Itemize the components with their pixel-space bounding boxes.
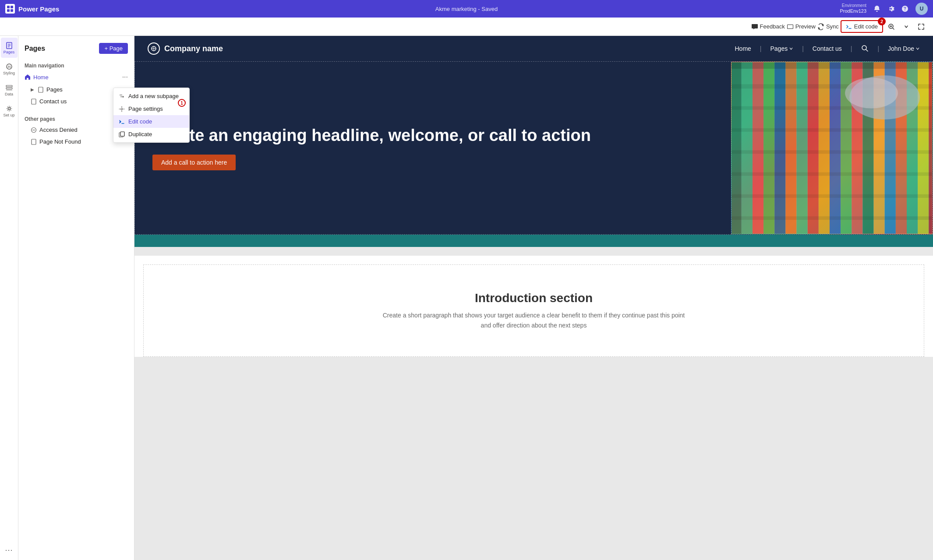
svg-point-12	[7, 64, 12, 69]
ctx-duplicate-label: Duplicate	[128, 131, 152, 137]
edit-code-toolbar-label: Edit code	[854, 23, 878, 30]
ctx-duplicate[interactable]: Duplicate	[113, 128, 189, 141]
settings-button[interactable]	[887, 5, 894, 12]
svg-rect-19	[39, 87, 43, 92]
site-nav-divider-3: |	[851, 45, 852, 52]
home-more-button[interactable]: ···	[122, 73, 128, 81]
nav-access-denied-label: Access Denied	[39, 127, 78, 133]
hero-cta-button[interactable]: Add a call to action here	[152, 155, 236, 170]
svg-point-27	[121, 108, 123, 110]
ctx-page-settings-label: Page settings	[128, 106, 163, 112]
svg-rect-23	[32, 139, 36, 144]
site-nav-pages[interactable]: Pages	[770, 45, 794, 52]
rail-data[interactable]: Data	[1, 80, 18, 100]
hero-image-visual	[732, 62, 932, 234]
rail-setup[interactable]: Set up	[1, 101, 18, 121]
env-name: ProdEnv123	[840, 8, 866, 14]
site-preview: Company name Home | Pages | Contact us |	[134, 36, 933, 357]
site-search-icon[interactable]	[861, 44, 869, 53]
svg-rect-1	[11, 6, 13, 8]
topbar-center: Akme marketing - Saved	[435, 6, 498, 12]
env-label: Environment	[842, 3, 866, 8]
rail-styling[interactable]: Styling	[1, 59, 18, 79]
svg-point-65	[845, 77, 898, 108]
svg-rect-3	[11, 9, 13, 12]
svg-rect-17	[6, 90, 12, 90]
zoom-in-button[interactable]	[885, 20, 898, 33]
rail-pages-label: Pages	[4, 50, 15, 54]
rail-setup-label: Set up	[3, 113, 14, 117]
svg-point-14	[10, 66, 11, 67]
hero-text: Create an engaging headline, welcome, or…	[135, 62, 731, 234]
sidebar-header: Pages + Page	[18, 41, 134, 59]
sync-button[interactable]: Sync	[817, 23, 839, 30]
edit-code-badge: 2	[878, 18, 886, 25]
subtoolbar-right: Feedback Preview Sync Edit code 2	[751, 20, 933, 33]
intro-text: Create a short paragraph that shows your…	[381, 310, 687, 330]
site-nav-links: Home | Pages | Contact us | | John Doe	[735, 44, 920, 53]
svg-rect-0	[7, 6, 10, 8]
main-layout: Pages Styling Data Set up	[0, 36, 933, 560]
preview-label: Preview	[795, 23, 816, 30]
svg-point-18	[8, 107, 10, 109]
svg-rect-56	[732, 62, 932, 69]
sync-label: Sync	[826, 23, 839, 30]
site-nav-user[interactable]: John Doe	[888, 45, 920, 52]
app-logo-icon	[5, 4, 15, 14]
notifications-button[interactable]	[873, 5, 880, 12]
nav-home-label: Home	[33, 74, 49, 81]
context-menu: Add a new subpage Page settings 1 Edit c…	[113, 88, 190, 143]
svg-rect-62	[732, 194, 932, 198]
intro-title: Introduction section	[161, 291, 906, 305]
site-company-name: Company name	[164, 44, 223, 53]
svg-line-5	[893, 28, 894, 29]
pages-chevron-icon: ▶	[31, 87, 34, 92]
help-button[interactable]	[901, 5, 908, 12]
feedback-label: Feedback	[760, 23, 785, 30]
ctx-edit-code[interactable]: Edit code	[113, 115, 189, 128]
svg-rect-29	[120, 132, 124, 136]
zoom-dropdown-button[interactable]	[900, 20, 913, 33]
rail-pages[interactable]: Pages	[1, 38, 18, 58]
center-text: Akme marketing - Saved	[435, 6, 498, 12]
nav-page-not-found-label: Page Not Found	[39, 138, 81, 145]
ctx-badge: 1	[178, 99, 186, 107]
svg-rect-63	[732, 216, 932, 220]
site-nav-divider-1: |	[760, 45, 762, 52]
feedback-button[interactable]: Feedback	[751, 23, 785, 30]
intro-section: Introduction section Create a short para…	[143, 264, 924, 357]
rail-data-label: Data	[5, 92, 13, 96]
edit-code-toolbar-button[interactable]: Edit code 2	[841, 20, 883, 33]
svg-point-13	[8, 66, 9, 67]
app-logo[interactable]: Power Pages	[5, 4, 59, 14]
preview-button[interactable]: Preview	[787, 23, 816, 30]
nav-pages-label: Pages	[46, 86, 63, 93]
ctx-add-subpage[interactable]: Add a new subpage	[113, 90, 189, 102]
icon-rail: Pages Styling Data Set up	[0, 36, 18, 560]
site-nav-home[interactable]: Home	[735, 45, 751, 52]
main-nav-label: Main navigation	[18, 59, 134, 70]
topbar-right: Environment ProdEnv123 U	[840, 3, 928, 15]
user-avatar[interactable]: U	[915, 3, 928, 15]
nav-home[interactable]: Home ···	[18, 70, 134, 84]
topbar: Power Pages Akme marketing - Saved Envir…	[0, 0, 933, 18]
svg-line-35	[866, 49, 868, 51]
hero-section: Create an engaging headline, welcome, or…	[134, 61, 933, 235]
svg-rect-59	[732, 128, 932, 132]
add-page-button[interactable]: + Page	[99, 43, 128, 54]
environment-block: Environment ProdEnv123	[840, 3, 866, 14]
site-logo: Company name	[148, 42, 223, 55]
ctx-page-settings[interactable]: Page settings 1	[113, 102, 189, 115]
nav-contact-label: Contact us	[39, 98, 67, 105]
svg-rect-16	[6, 88, 12, 89]
teal-strip	[134, 235, 933, 247]
sidebar-title: Pages	[25, 45, 45, 53]
subtoolbar: Feedback Preview Sync Edit code 2	[0, 18, 933, 36]
svg-rect-20	[32, 99, 36, 104]
rail-styling-label: Styling	[3, 71, 15, 75]
site-nav: Company name Home | Pages | Contact us |	[134, 36, 933, 61]
site-nav-contact[interactable]: Contact us	[813, 45, 842, 52]
expand-button[interactable]	[915, 20, 928, 33]
add-page-label: + Page	[104, 45, 123, 52]
rail-more-button[interactable]: ···	[1, 543, 18, 556]
